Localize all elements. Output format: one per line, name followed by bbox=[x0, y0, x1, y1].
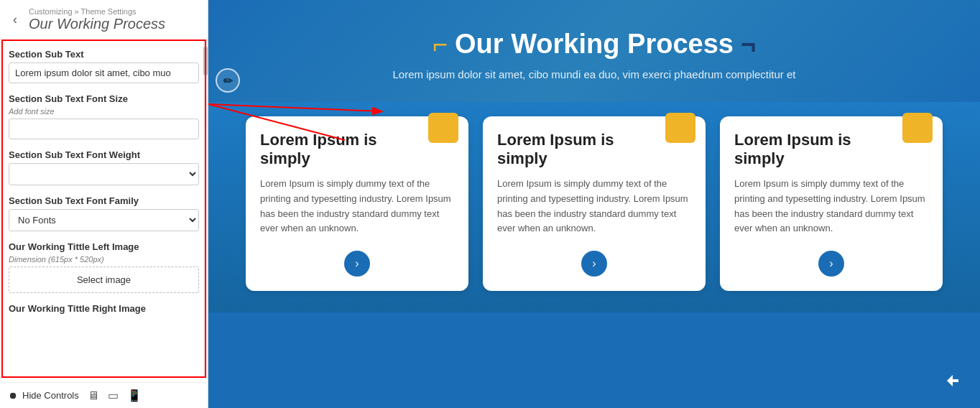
scroll-bar bbox=[203, 40, 208, 378]
card-3-text: Lorem Ipsum is simply dummy text of the … bbox=[734, 177, 928, 236]
back-icon: ‹ bbox=[13, 12, 17, 27]
font-weight-select[interactable] bbox=[9, 163, 199, 185]
hero-section: ⌐ Our Working Process ¬ Lorem ipsum dolo… bbox=[208, 0, 980, 102]
card-3-button[interactable]: › bbox=[818, 251, 844, 277]
hide-controls-button[interactable]: ⏺ Hide Controls bbox=[9, 390, 79, 401]
font-size-group: Section Sub Text Font Size Add font size bbox=[9, 93, 199, 139]
scroll-thumb bbox=[203, 47, 208, 75]
scroll-up-button[interactable] bbox=[934, 362, 971, 399]
font-family-label: Section Sub Text Font Family bbox=[9, 195, 199, 206]
left-image-group: Our Working Tittle Left Image Dimension … bbox=[9, 241, 199, 293]
header-text: Customizing » Theme Settings Our Working… bbox=[29, 7, 165, 32]
left-image-label: Our Working Tittle Left Image bbox=[9, 241, 199, 252]
section-sub-text-label: Section Sub Text bbox=[9, 49, 199, 60]
card-1-badge bbox=[428, 113, 458, 143]
font-family-group: Section Sub Text Font Family No Fonts bbox=[9, 195, 199, 231]
panel-footer: ⏺ Hide Controls 🖥 ▭ 📱 bbox=[0, 382, 208, 408]
card-2-title: Lorem Ipsum is simply bbox=[497, 131, 691, 168]
right-panel: ⌐ Our Working Process ¬ Lorem ipsum dolo… bbox=[208, 0, 980, 408]
edit-icon: ✏ bbox=[223, 74, 233, 88]
card-1: Lorem Ipsum is simply Lorem Ipsum is sim… bbox=[246, 116, 468, 291]
hide-controls-label: Hide Controls bbox=[22, 390, 79, 401]
mobile-icon[interactable]: 📱 bbox=[127, 389, 142, 402]
card-2-button[interactable]: › bbox=[581, 251, 607, 277]
font-size-label: Section Sub Text Font Size bbox=[9, 93, 199, 104]
card-1-text: Lorem Ipsum is simply dummy text of the … bbox=[260, 177, 454, 236]
hero-icon-right: ¬ bbox=[741, 29, 756, 60]
left-panel: ‹ Customizing » Theme Settings Our Worki… bbox=[0, 0, 208, 408]
font-weight-label: Section Sub Text Font Weight bbox=[9, 149, 199, 160]
right-image-label: Our Working Tittle Right Image bbox=[9, 303, 199, 314]
panel-title: Our Working Process bbox=[29, 16, 165, 32]
panel-content: Section Sub Text Section Sub Text Font S… bbox=[0, 40, 208, 382]
cards-section: Lorem Ipsum is simply Lorem Ipsum is sim… bbox=[208, 102, 980, 312]
hide-controls-icon: ⏺ bbox=[9, 390, 18, 401]
card-1-title: Lorem Ipsum is simply bbox=[260, 131, 454, 168]
right-image-group: Our Working Tittle Right Image bbox=[9, 303, 199, 314]
scroll-up-icon bbox=[944, 372, 961, 389]
font-size-sublabel: Add font size bbox=[9, 107, 199, 116]
desktop-icon[interactable]: 🖥 bbox=[88, 389, 99, 402]
back-button[interactable]: ‹ bbox=[9, 11, 22, 29]
font-weight-group: Section Sub Text Font Weight bbox=[9, 149, 199, 185]
card-1-button[interactable]: › bbox=[344, 251, 370, 277]
card-2: Lorem Ipsum is simply Lorem Ipsum is sim… bbox=[483, 116, 706, 291]
left-image-sublabel: Dimension (615px * 520px) bbox=[9, 255, 199, 264]
tablet-icon[interactable]: ▭ bbox=[108, 389, 119, 402]
card-2-text: Lorem Ipsum is simply dummy text of the … bbox=[497, 177, 691, 236]
breadcrumb: Customizing » Theme Settings bbox=[29, 7, 165, 16]
select-image-button[interactable]: Select image bbox=[9, 266, 199, 293]
section-sub-text-input[interactable] bbox=[9, 62, 199, 83]
card-3-badge bbox=[902, 113, 933, 143]
font-family-select[interactable]: No Fonts bbox=[9, 209, 199, 231]
section-sub-text-group: Section Sub Text bbox=[9, 49, 199, 83]
edit-icon-circle[interactable]: ✏ bbox=[216, 68, 240, 93]
card-3-title: Lorem Ipsum is simply bbox=[734, 131, 928, 168]
card-2-badge bbox=[665, 113, 695, 143]
card-3: Lorem Ipsum is simply Lorem Ipsum is sim… bbox=[720, 116, 943, 291]
hero-title: ⌐ Our Working Process ¬ bbox=[237, 29, 951, 60]
font-size-input[interactable] bbox=[9, 119, 199, 139]
panel-header: ‹ Customizing » Theme Settings Our Worki… bbox=[0, 0, 208, 40]
hero-subtitle: Lorem ipsum dolor sit amet, cibo mundi e… bbox=[379, 68, 810, 80]
hero-title-text: Our Working Process bbox=[455, 29, 734, 60]
hero-icon-left: ⌐ bbox=[433, 29, 448, 60]
